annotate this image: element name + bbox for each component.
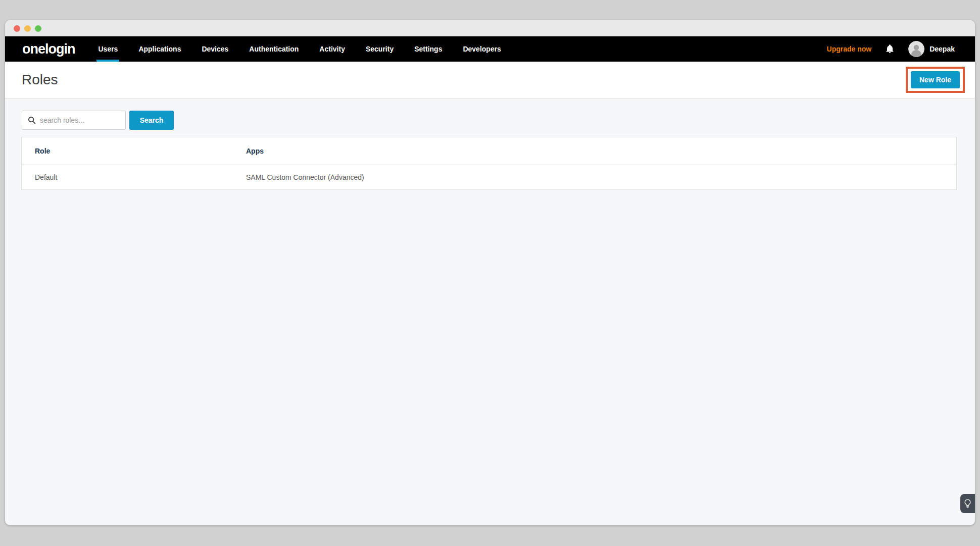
search-button[interactable]: Search [129,111,174,130]
nav-bar: onelogin Users Applications Devices Auth… [5,36,975,62]
nav-item-devices[interactable]: Devices [202,36,228,62]
upgrade-now-link[interactable]: Upgrade now [827,45,872,53]
search-row: Search [22,111,975,130]
notifications-button[interactable] [885,44,895,54]
window-maximize-button[interactable] [35,25,41,32]
new-role-button[interactable]: New Role [911,71,960,88]
column-header-role: Role [35,147,246,155]
nav-item-settings[interactable]: Settings [414,36,442,62]
role-apps-cell: SAML Custom Connector (Advanced) [246,173,956,181]
annotation-highlight-box: New Role [906,67,965,93]
page-title: Roles [22,72,58,88]
onelogin-logo[interactable]: onelogin [22,41,75,57]
nav-right-cluster: Upgrade now Deepak [827,36,955,62]
window-minimize-button[interactable] [24,25,31,32]
nav-item-applications[interactable]: Applications [138,36,181,62]
search-icon [28,116,36,124]
window-close-button[interactable] [14,25,20,32]
help-lightbulb-button[interactable] [960,494,975,513]
nav-items: Users Applications Devices Authenticatio… [98,36,501,62]
lightbulb-icon [964,499,971,509]
browser-window: onelogin Users Applications Devices Auth… [5,20,975,525]
nav-item-developers[interactable]: Developers [463,36,501,62]
page-header: Roles New Role [5,62,975,98]
bell-icon [885,44,895,54]
table-header-row: Role Apps [22,137,956,165]
window-titlebar [5,20,975,36]
nav-item-authentication[interactable]: Authentication [249,36,299,62]
user-avatar-icon [908,41,924,57]
role-name-cell: Default [35,173,246,181]
nav-item-users[interactable]: Users [98,36,118,62]
search-input[interactable] [40,116,125,124]
table-row[interactable]: Default SAML Custom Connector (Advanced) [22,165,956,189]
nav-item-security[interactable]: Security [366,36,394,62]
avatar [908,41,924,57]
roles-table: Role Apps Default SAML Custom Connector … [21,137,957,190]
user-menu[interactable]: Deepak [908,41,955,57]
search-box [22,111,126,130]
column-header-apps: Apps [246,147,956,155]
user-name-label: Deepak [929,45,955,53]
nav-item-activity[interactable]: Activity [319,36,345,62]
